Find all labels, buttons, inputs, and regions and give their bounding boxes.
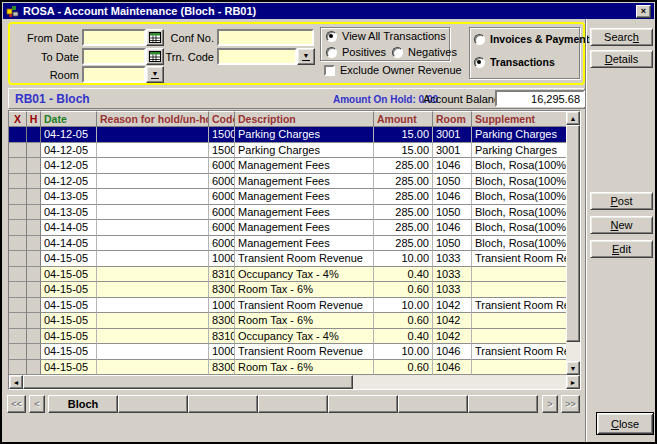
table-row[interactable]: 04-15-051000Transient Room Revenue10.001…: [9, 251, 566, 267]
window-title: ROSA - Account Maintenance (Bloch - RB01…: [23, 5, 256, 17]
room-input[interactable]: [82, 66, 146, 83]
cell-code: 8300: [209, 313, 235, 329]
cell-room: 1050: [433, 236, 472, 252]
trn-code-input[interactable]: [217, 48, 297, 65]
cell-desc: Management Fees: [235, 174, 374, 190]
close-button[interactable]: Close: [596, 412, 654, 435]
table-row[interactable]: 04-14-056000Management Fees285.001046Blo…: [9, 220, 566, 236]
cell-code: 8310: [209, 329, 235, 345]
table-row[interactable]: 04-15-058310Occupancy Tax - 4%0.401033: [9, 267, 566, 283]
scroll-left-icon[interactable]: ◄: [9, 375, 23, 389]
cell-h: [27, 220, 41, 236]
conf-no-input[interactable]: [217, 29, 314, 46]
post-button[interactable]: Post: [590, 192, 653, 210]
cell-x: [9, 360, 27, 376]
table-row[interactable]: 04-12-056000Management Fees285.001046Blo…: [9, 158, 566, 174]
cell-reason: [97, 344, 209, 360]
table-row[interactable]: 04-15-058310Occupancy Tax - 4%0.401042: [9, 329, 566, 345]
cell-supp: Transient Room Reven: [472, 344, 566, 360]
account-tab-empty[interactable]: [328, 395, 398, 413]
vertical-scrollbar[interactable]: ▲ ▼: [566, 111, 580, 375]
pager-prev-button[interactable]: <: [29, 395, 45, 413]
cell-room: 1046: [433, 344, 472, 360]
scroll-down-icon[interactable]: ▼: [566, 361, 580, 375]
cell-code: 8300: [209, 360, 235, 376]
table-row[interactable]: 04-14-056000Management Fees285.001050Blo…: [9, 236, 566, 252]
search-button[interactable]: Search: [590, 28, 653, 46]
new-button[interactable]: New: [590, 216, 653, 234]
column-header-h[interactable]: H: [27, 111, 41, 127]
table-row[interactable]: 04-15-051000Transient Room Revenue10.001…: [9, 344, 566, 360]
table-row[interactable]: 04-15-058300Room Tax - 6%0.601046: [9, 360, 566, 376]
table-row[interactable]: 04-12-051500Parking Charges15.003001Park…: [9, 127, 566, 143]
radio-invoices-payments[interactable]: Invoices & Payments: [474, 33, 595, 45]
table-row[interactable]: 04-12-051500Parking Charges15.003001Park…: [9, 143, 566, 159]
exclude-owner-revenue-checkbox[interactable]: Exclude Owner Revenue: [324, 64, 462, 76]
cell-desc: Transient Room Revenue: [235, 344, 374, 360]
radio-label: Positives: [342, 46, 386, 58]
account-tab-empty[interactable]: [398, 395, 468, 413]
pager-last-button[interactable]: >>: [561, 395, 580, 413]
cell-reason: [97, 127, 209, 143]
radio-icon: [474, 34, 485, 45]
to-date-input[interactable]: [82, 48, 146, 65]
cell-date: 04-12-05: [41, 158, 97, 174]
pager-first-button[interactable]: <<: [7, 395, 26, 413]
table-row[interactable]: 04-13-056000Management Fees285.001050Blo…: [9, 205, 566, 221]
table-row[interactable]: 04-13-056000Management Fees285.001046Blo…: [9, 189, 566, 205]
account-tab-bloch[interactable]: Bloch: [48, 395, 118, 413]
radio-transactions[interactable]: Transactions: [474, 56, 555, 68]
cell-amount: 0.60: [374, 360, 433, 376]
cell-x: [9, 313, 27, 329]
cell-room: 1046: [433, 360, 472, 376]
cell-desc: Management Fees: [235, 158, 374, 174]
trn-code-lov-button[interactable]: ▼: [297, 48, 315, 65]
cell-x: [9, 220, 27, 236]
room-lov-button[interactable]: ▼: [146, 66, 164, 83]
column-header-room[interactable]: Room: [433, 111, 472, 127]
table-row[interactable]: 04-15-051000Transient Room Revenue10.001…: [9, 298, 566, 314]
cell-desc: Room Tax - 6%: [235, 282, 374, 298]
account-tab-empty[interactable]: [188, 395, 258, 413]
radio-label: Invoices & Payments: [490, 33, 595, 45]
cell-x: [9, 205, 27, 221]
column-header-amount[interactable]: Amount: [374, 111, 433, 127]
vertical-scrollbar-thumb[interactable]: [566, 125, 580, 342]
cell-supp: Bloch, Rosa(100%): [472, 205, 566, 221]
account-title: RB01 - Bloch: [15, 92, 90, 106]
radio-positives[interactable]: Positives: [326, 46, 386, 58]
checkbox-icon: [324, 65, 335, 76]
checkbox-label: Exclude Owner Revenue: [340, 64, 462, 76]
scroll-right-icon[interactable]: ►: [566, 375, 580, 389]
column-header-description[interactable]: Description: [235, 111, 374, 127]
table-row[interactable]: 04-12-056000Management Fees285.001050Blo…: [9, 174, 566, 190]
pager-next-button[interactable]: >: [542, 395, 558, 413]
column-header-reason-for-hold-un-hold[interactable]: Reason for hold/un-hold: [97, 111, 209, 127]
column-header-supplement[interactable]: Supplement: [472, 111, 566, 127]
account-tab-empty[interactable]: [258, 395, 328, 413]
cell-date: 04-14-05: [41, 236, 97, 252]
account-tab-empty[interactable]: [118, 395, 188, 413]
table-row[interactable]: 04-15-058300Room Tax - 6%0.601042: [9, 313, 566, 329]
from-date-input[interactable]: [82, 29, 146, 46]
cell-x: [9, 158, 27, 174]
scroll-up-icon[interactable]: ▲: [566, 111, 580, 125]
column-header-date[interactable]: Date: [41, 111, 97, 127]
account-tab-empty[interactable]: [468, 395, 538, 413]
account-balance-value: 16,295.68: [495, 90, 585, 107]
radio-negatives[interactable]: Negatives: [392, 46, 457, 58]
horizontal-scrollbar-thumb[interactable]: [23, 375, 353, 389]
column-header-code[interactable]: Code: [209, 111, 235, 127]
cell-date: 04-12-05: [41, 143, 97, 159]
cell-desc: Transient Room Revenue: [235, 298, 374, 314]
column-header-x[interactable]: X: [9, 111, 27, 127]
cell-x: [9, 174, 27, 190]
details-button[interactable]: Details: [590, 50, 653, 68]
edit-button[interactable]: Edit: [590, 240, 653, 258]
cell-code: 6000: [209, 205, 235, 221]
horizontal-scrollbar[interactable]: ◄ ►: [9, 375, 580, 389]
table-row[interactable]: 04-15-058300Room Tax - 6%0.601033: [9, 282, 566, 298]
window-close-icon[interactable]: ×: [636, 5, 651, 18]
cell-amount: 15.00: [374, 127, 433, 143]
radio-view-all-transactions[interactable]: View All Transactions: [326, 30, 446, 42]
